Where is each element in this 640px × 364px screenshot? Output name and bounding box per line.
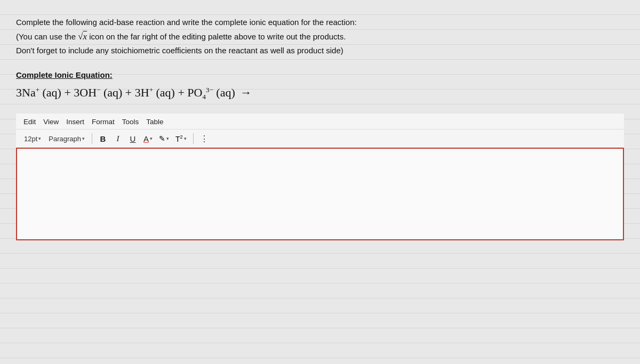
superscript-chevron: ▾ bbox=[184, 136, 187, 141]
superscript-button[interactable]: T2 ▾ bbox=[173, 132, 189, 145]
paragraph-value: Paragraph bbox=[49, 135, 81, 143]
formatting-bar: 12pt ▾ Paragraph ▾ B I U A bbox=[16, 130, 624, 148]
font-color-icon: A bbox=[143, 134, 149, 143]
menu-bar: Edit View Insert Format Tools Table bbox=[16, 114, 624, 130]
menu-table[interactable]: Table bbox=[144, 117, 165, 127]
instruction-line2: (You can use the √x icon on the far righ… bbox=[16, 29, 624, 44]
font-size-chevron: ▾ bbox=[38, 136, 41, 141]
highlight-button[interactable]: ✎ ▾ bbox=[157, 132, 171, 145]
pencil-icon: ✎ bbox=[159, 134, 165, 143]
instruction-line3: Don't forget to include any stoichiometr… bbox=[16, 44, 624, 58]
paragraph-selector[interactable]: Paragraph ▾ bbox=[46, 133, 87, 144]
bold-button[interactable]: B bbox=[97, 132, 109, 145]
editor-box[interactable] bbox=[16, 148, 624, 240]
instructions-block: Complete the following acid-base reactio… bbox=[16, 16, 624, 58]
font-color-button[interactable]: A ▾ bbox=[141, 132, 155, 145]
font-size-value: 12pt bbox=[24, 135, 37, 143]
more-options-button[interactable]: ⋮ bbox=[198, 133, 211, 145]
toolbar-container: Edit View Insert Format Tools Table 12pt… bbox=[16, 114, 624, 240]
paragraph-chevron: ▾ bbox=[82, 136, 85, 141]
underline-button[interactable]: U bbox=[126, 132, 139, 145]
instruction-line1: Complete the following acid-base reactio… bbox=[16, 16, 624, 29]
font-color-chevron: ▾ bbox=[150, 136, 153, 141]
menu-insert[interactable]: Insert bbox=[64, 117, 86, 127]
menu-format[interactable]: Format bbox=[90, 117, 117, 127]
superscript-icon: T2 bbox=[175, 134, 183, 143]
toolbar-divider-2 bbox=[193, 133, 194, 144]
menu-view[interactable]: View bbox=[41, 117, 61, 127]
section-label: Complete Ionic Equation: bbox=[16, 70, 624, 79]
editor-content[interactable] bbox=[17, 149, 623, 239]
equation-text: 3Na+ (aq) + 3OH− (aq) + 3H+ (aq) + PO43−… bbox=[16, 85, 252, 102]
sqrt-icon: √x bbox=[78, 31, 87, 42]
highlight-chevron: ▾ bbox=[166, 136, 169, 141]
font-size-selector[interactable]: 12pt ▾ bbox=[21, 133, 44, 144]
toolbar-divider-1 bbox=[92, 133, 92, 144]
italic-button[interactable]: I bbox=[111, 132, 124, 145]
menu-edit[interactable]: Edit bbox=[21, 117, 38, 127]
equation-display: 3Na+ (aq) + 3OH− (aq) + 3H+ (aq) + PO43−… bbox=[16, 85, 624, 102]
menu-tools[interactable]: Tools bbox=[120, 117, 141, 127]
